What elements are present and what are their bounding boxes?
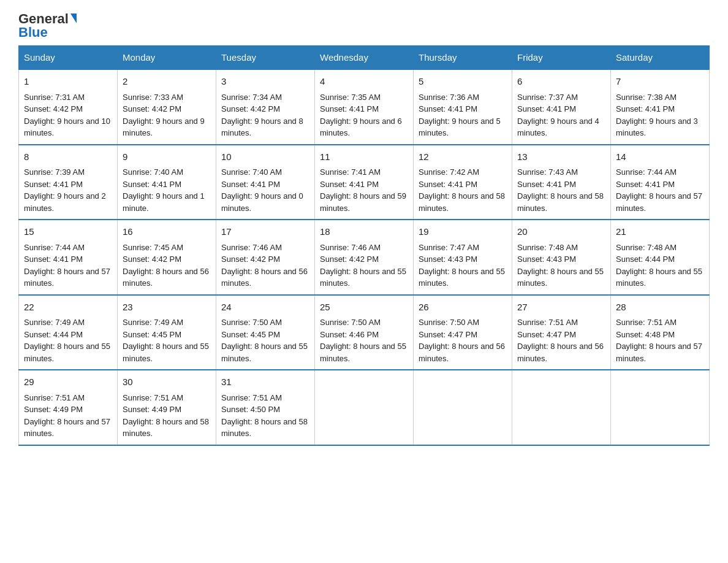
sunset-text: Sunset: 4:49 PM (24, 405, 83, 414)
daylight-text: Daylight: 8 hours and 55 minutes. (320, 342, 406, 363)
calendar-cell (414, 370, 512, 445)
sunrise-text: Sunrise: 7:49 AM (123, 318, 183, 327)
calendar-cell: 7Sunrise: 7:38 AMSunset: 4:41 PMDaylight… (611, 69, 710, 145)
daylight-text: Daylight: 9 hours and 5 minutes. (419, 117, 501, 138)
sunrise-text: Sunrise: 7:51 AM (24, 393, 85, 402)
sunset-text: Sunset: 4:45 PM (123, 330, 181, 339)
daylight-text: Daylight: 9 hours and 8 minutes. (221, 117, 303, 138)
calendar-week-row: 1Sunrise: 7:31 AMSunset: 4:42 PMDaylight… (19, 69, 710, 145)
day-number: 28 (616, 301, 704, 315)
sunset-text: Sunset: 4:44 PM (24, 330, 83, 339)
sunset-text: Sunset: 4:42 PM (320, 255, 379, 264)
daylight-text: Daylight: 8 hours and 58 minutes. (419, 191, 505, 213)
day-number: 4 (320, 75, 408, 89)
daylight-text: Daylight: 8 hours and 56 minutes. (123, 267, 209, 288)
daylight-text: Daylight: 9 hours and 2 minutes. (24, 191, 106, 213)
calendar-cell: 9Sunrise: 7:40 AMSunset: 4:41 PMDaylight… (118, 145, 216, 220)
daylight-text: Daylight: 8 hours and 55 minutes. (221, 342, 308, 363)
day-number: 25 (320, 301, 408, 315)
day-number: 14 (616, 150, 704, 164)
calendar-cell: 12Sunrise: 7:42 AMSunset: 4:41 PMDayligh… (414, 145, 512, 220)
calendar-cell: 10Sunrise: 7:40 AMSunset: 4:41 PMDayligh… (216, 145, 315, 220)
calendar-cell: 24Sunrise: 7:50 AMSunset: 4:45 PMDayligh… (216, 295, 315, 370)
day-number: 5 (419, 75, 507, 89)
day-number: 2 (123, 75, 211, 89)
sunset-text: Sunset: 4:41 PM (123, 180, 181, 189)
day-of-week-header: Thursday (414, 46, 512, 70)
day-number: 31 (221, 375, 309, 389)
calendar-cell: 8Sunrise: 7:39 AMSunset: 4:41 PMDaylight… (19, 145, 118, 220)
day-of-week-header: Sunday (19, 46, 118, 70)
sunrise-text: Sunrise: 7:37 AM (517, 93, 578, 102)
day-of-week-header: Tuesday (216, 46, 315, 70)
daylight-text: Daylight: 8 hours and 55 minutes. (123, 342, 209, 363)
day-number: 10 (221, 150, 309, 164)
daylight-text: Daylight: 8 hours and 55 minutes. (517, 267, 604, 288)
day-of-week-header: Monday (118, 46, 216, 70)
day-number: 11 (320, 150, 408, 164)
sunset-text: Sunset: 4:42 PM (24, 104, 83, 113)
sunset-text: Sunset: 4:41 PM (24, 255, 83, 264)
sunrise-text: Sunrise: 7:44 AM (616, 167, 677, 177)
sunrise-text: Sunrise: 7:36 AM (419, 93, 479, 102)
calendar-cell: 27Sunrise: 7:51 AMSunset: 4:47 PMDayligh… (512, 295, 611, 370)
sunset-text: Sunset: 4:41 PM (419, 104, 477, 113)
logo: General Blue (18, 12, 77, 39)
day-number: 24 (221, 301, 309, 315)
calendar-week-row: 15Sunrise: 7:44 AMSunset: 4:41 PMDayligh… (19, 220, 710, 295)
calendar-cell: 2Sunrise: 7:33 AMSunset: 4:42 PMDaylight… (118, 69, 216, 145)
daylight-text: Daylight: 8 hours and 55 minutes. (24, 342, 110, 363)
sunrise-text: Sunrise: 7:51 AM (221, 393, 282, 402)
calendar-header-row: SundayMondayTuesdayWednesdayThursdayFrid… (19, 46, 710, 70)
sunset-text: Sunset: 4:42 PM (221, 104, 280, 113)
sunset-text: Sunset: 4:41 PM (517, 180, 576, 189)
calendar-cell: 31Sunrise: 7:51 AMSunset: 4:50 PMDayligh… (216, 370, 315, 445)
daylight-text: Daylight: 8 hours and 58 minutes. (123, 417, 209, 439)
calendar-cell: 6Sunrise: 7:37 AMSunset: 4:41 PMDaylight… (512, 69, 611, 145)
daylight-text: Daylight: 8 hours and 59 minutes. (320, 191, 406, 213)
daylight-text: Daylight: 9 hours and 9 minutes. (123, 117, 205, 138)
calendar-week-row: 8Sunrise: 7:39 AMSunset: 4:41 PMDaylight… (19, 145, 710, 220)
calendar-cell: 25Sunrise: 7:50 AMSunset: 4:46 PMDayligh… (315, 295, 414, 370)
day-number: 23 (123, 301, 211, 315)
sunrise-text: Sunrise: 7:40 AM (123, 167, 183, 177)
sunrise-text: Sunrise: 7:34 AM (221, 93, 282, 102)
sunrise-text: Sunrise: 7:42 AM (419, 167, 479, 177)
daylight-text: Daylight: 8 hours and 56 minutes. (221, 267, 308, 288)
day-of-week-header: Wednesday (315, 46, 414, 70)
calendar-cell: 1Sunrise: 7:31 AMSunset: 4:42 PMDaylight… (19, 69, 118, 145)
day-number: 12 (419, 150, 507, 164)
calendar-cell: 16Sunrise: 7:45 AMSunset: 4:42 PMDayligh… (118, 220, 216, 295)
sunset-text: Sunset: 4:44 PM (616, 255, 675, 264)
sunrise-text: Sunrise: 7:51 AM (123, 393, 183, 402)
calendar-week-row: 22Sunrise: 7:49 AMSunset: 4:44 PMDayligh… (19, 295, 710, 370)
sunset-text: Sunset: 4:41 PM (616, 180, 675, 189)
day-number: 30 (123, 375, 211, 389)
sunset-text: Sunset: 4:42 PM (123, 255, 181, 264)
daylight-text: Daylight: 9 hours and 6 minutes. (320, 117, 402, 138)
calendar-table: SundayMondayTuesdayWednesdayThursdayFrid… (18, 45, 710, 446)
daylight-text: Daylight: 8 hours and 57 minutes. (616, 342, 702, 363)
sunset-text: Sunset: 4:41 PM (419, 180, 477, 189)
daylight-text: Daylight: 9 hours and 4 minutes. (517, 117, 599, 138)
day-number: 15 (24, 225, 112, 239)
sunrise-text: Sunrise: 7:49 AM (24, 318, 85, 327)
sunset-text: Sunset: 4:47 PM (517, 330, 576, 339)
daylight-text: Daylight: 8 hours and 56 minutes. (419, 342, 505, 363)
calendar-cell: 29Sunrise: 7:51 AMSunset: 4:49 PMDayligh… (19, 370, 118, 445)
calendar-cell: 22Sunrise: 7:49 AMSunset: 4:44 PMDayligh… (19, 295, 118, 370)
day-number: 27 (517, 301, 605, 315)
sunrise-text: Sunrise: 7:31 AM (24, 93, 85, 102)
sunset-text: Sunset: 4:46 PM (320, 330, 379, 339)
calendar-week-row: 29Sunrise: 7:51 AMSunset: 4:49 PMDayligh… (19, 370, 710, 445)
day-of-week-header: Friday (512, 46, 611, 70)
logo-triangle-icon (70, 13, 77, 23)
sunrise-text: Sunrise: 7:33 AM (123, 93, 183, 102)
sunrise-text: Sunrise: 7:50 AM (320, 318, 381, 327)
daylight-text: Daylight: 8 hours and 55 minutes. (320, 267, 406, 288)
sunset-text: Sunset: 4:41 PM (320, 104, 379, 113)
sunrise-text: Sunrise: 7:46 AM (221, 243, 282, 252)
calendar-cell: 19Sunrise: 7:47 AMSunset: 4:43 PMDayligh… (414, 220, 512, 295)
day-number: 9 (123, 150, 211, 164)
sunset-text: Sunset: 4:41 PM (616, 104, 675, 113)
